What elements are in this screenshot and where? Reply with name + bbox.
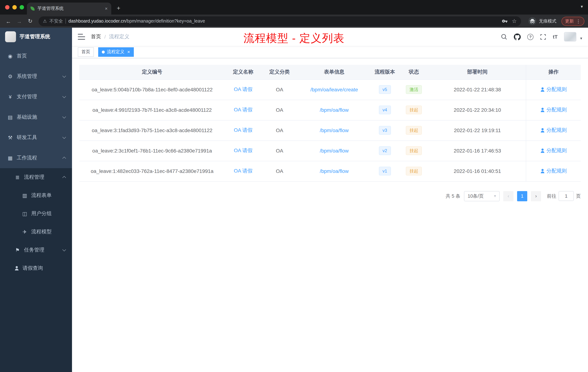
form-info-cell: /bpm/oa/flow	[298, 161, 371, 181]
assign-rule-link[interactable]: 分配规则	[540, 127, 567, 134]
password-key-icon[interactable]	[502, 18, 507, 24]
assign-rule-link[interactable]: 分配规则	[540, 168, 567, 174]
definition-name-link[interactable]: OA 请假	[234, 107, 252, 112]
status-badge: 挂起	[406, 146, 422, 155]
page-content: 定义编号定义名称定义分类表单信息流程版本状态部署时间操作 oa_leave:5:…	[72, 58, 588, 372]
form-info-link[interactable]: /bpm/oa/flow	[320, 127, 349, 133]
sidebar-item-task-manage[interactable]: ⚑任务管理	[0, 241, 72, 259]
sidebar-item-label: 研发工具	[17, 134, 37, 141]
definition-id: oa_leave:1:482ec033-762a-11ec-8477-a2380…	[79, 161, 225, 181]
form-info-link[interactable]: /bpm/oa/leave/create	[310, 87, 358, 92]
sidebar-item-user-group[interactable]: ◫用户分组	[0, 205, 72, 223]
forward-button[interactable]: →	[15, 18, 24, 24]
table-header-row: 定义编号定义名称定义分类表单信息流程版本状态部署时间操作	[79, 65, 581, 79]
sidebar-item-process-form[interactable]: ▥流程表单	[0, 186, 72, 205]
deploy-time: 2022-01-22 20:34:10	[429, 100, 526, 120]
search-icon[interactable]	[501, 33, 507, 40]
column-header: 定义编号	[79, 65, 225, 79]
table-row: oa_leave:4:991f2193-7b7f-11ec-a3c8-acde4…	[79, 100, 581, 120]
definition-category: OA	[261, 79, 298, 100]
status-badge: 挂起	[406, 126, 422, 135]
sidebar-item-system[interactable]: ⚙系统管理	[0, 66, 72, 87]
goto-page: 前往 页	[547, 191, 581, 201]
operation-cell: 分配规则	[526, 100, 581, 120]
definition-name-cell: OA 请假	[225, 161, 261, 181]
page-size-select[interactable]: 10条/页 ▾	[464, 191, 500, 201]
font-size-icon[interactable]: tT	[553, 34, 558, 40]
breadcrumb-current: 流程定义	[109, 33, 129, 40]
tag-close-icon[interactable]: ×	[127, 50, 130, 54]
view-tag[interactable]: 首页	[78, 47, 94, 57]
sidebar-item-process-model[interactable]: ✈流程模型	[0, 223, 72, 241]
assign-rule-label: 分配规则	[546, 86, 567, 93]
breadcrumb-home[interactable]: 首页	[91, 33, 101, 40]
sidebar-item-workflow[interactable]: ▦工作流程	[0, 148, 72, 168]
assign-rule-link[interactable]: 分配规则	[540, 107, 567, 113]
window-close-button[interactable]	[5, 5, 10, 10]
active-tag-dot	[102, 50, 105, 53]
form-info-link[interactable]: /bpm/oa/flow	[320, 168, 349, 174]
back-button[interactable]: ←	[4, 18, 13, 24]
page-number-button[interactable]: 1	[517, 191, 527, 201]
goto-page-input[interactable]	[558, 191, 574, 201]
column-header: 表单信息	[298, 65, 371, 79]
window-minimize-button[interactable]	[12, 5, 17, 10]
incognito-icon	[528, 17, 536, 25]
tab-title: 芋道管理系统	[37, 5, 102, 12]
github-icon[interactable]	[514, 33, 521, 40]
sidebar-item-label: 请假查询	[22, 265, 43, 272]
security-label[interactable]: 不安全	[50, 18, 63, 24]
definition-name-link[interactable]: OA 请假	[234, 147, 252, 153]
tab-close-icon[interactable]: ×	[105, 6, 108, 11]
sidebar-toggle-icon[interactable]	[78, 34, 85, 40]
version-badge: v4	[379, 106, 391, 114]
sidebar-item-home[interactable]: ◉首页	[0, 46, 72, 66]
app-title: 芋道管理系统	[20, 33, 50, 40]
fullscreen-icon[interactable]	[540, 34, 546, 40]
avatar-caret-icon[interactable]: ▾	[580, 36, 582, 42]
table-row: oa_leave:2:3c1f0ef1-76b1-11ec-9c66-a2380…	[79, 141, 581, 161]
sidebar-item-label: 基础设施	[17, 114, 37, 120]
address-bar[interactable]: ⚠ 不安全 dashboard.yudao.iocoder.cn/bpm/man…	[39, 16, 521, 26]
user-avatar[interactable]	[564, 32, 577, 42]
leave-query-icon	[15, 266, 19, 271]
next-page-button[interactable]: ›	[531, 191, 541, 201]
prev-page-button[interactable]: ‹	[503, 191, 514, 201]
assign-rule-link[interactable]: 分配规则	[540, 86, 567, 93]
help-icon[interactable]: ?	[527, 34, 534, 40]
version-badge: v1	[379, 167, 391, 175]
update-label: 更新	[565, 18, 574, 24]
form-info-link[interactable]: /bpm/oa/flow	[320, 107, 349, 113]
navbar-right-menu: ? tT ▾	[501, 32, 582, 42]
chevron-down-icon	[62, 248, 66, 251]
definition-name-link[interactable]: OA 请假	[234, 86, 252, 92]
sidebar-logo[interactable]: 芋道管理系统	[0, 28, 72, 46]
sidebar-item-process-manage[interactable]: ≣流程管理	[0, 168, 72, 186]
chevron-down-icon	[62, 135, 66, 139]
browser-menu-icon[interactable]: ⋮	[576, 18, 581, 24]
update-chip[interactable]: 更新 ⋮	[561, 17, 584, 26]
security-warning-icon: ⚠	[43, 19, 47, 24]
version-badge: v3	[379, 126, 391, 135]
new-tab-button[interactable]: +	[114, 3, 124, 13]
window-zoom-button[interactable]	[20, 5, 24, 10]
view-tag[interactable]: 流程定义×	[98, 47, 134, 57]
sidebar-item-infrastructure[interactable]: ▤基础设施	[0, 107, 72, 127]
goto-label: 前往	[547, 193, 556, 199]
assign-rule-label: 分配规则	[546, 127, 567, 134]
sidebar-item-dev-tools[interactable]: ⚒研发工具	[0, 127, 72, 148]
assign-rule-label: 分配规则	[546, 147, 567, 154]
browser-tab[interactable]: 芋道管理系统 ×	[27, 2, 111, 15]
definition-name-link[interactable]: OA 请假	[234, 127, 252, 133]
bookmark-star-icon[interactable]: ☆	[512, 18, 517, 24]
definition-name-link[interactable]: OA 请假	[234, 168, 252, 174]
tab-search-button[interactable]: ▾	[581, 4, 583, 9]
user-icon	[540, 87, 545, 92]
user-group-icon: ◫	[22, 211, 28, 217]
sidebar-item-leave-query[interactable]: 请假查询	[0, 259, 72, 277]
reload-button[interactable]: ↻	[25, 18, 35, 24]
assign-rule-link[interactable]: 分配规则	[540, 147, 567, 154]
sidebar-item-payment[interactable]: ¥支付管理	[0, 87, 72, 107]
sidebar: 芋道管理系统 ◉首页⚙系统管理¥支付管理▤基础设施⚒研发工具▦工作流程≣流程管理…	[0, 28, 72, 372]
form-info-link[interactable]: /bpm/oa/flow	[320, 148, 349, 153]
